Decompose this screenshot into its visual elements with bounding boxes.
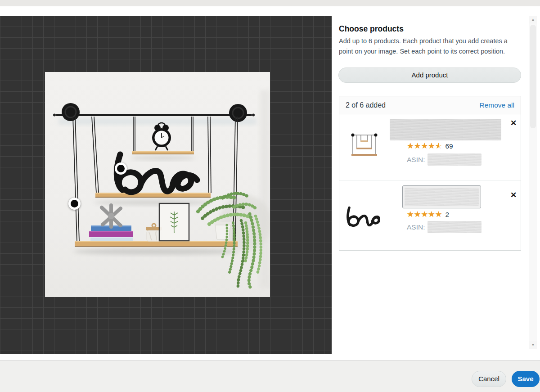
stars-icon: ☆☆☆☆☆★★★★★	[407, 142, 442, 150]
image-editor-canvas[interactable]	[0, 16, 332, 354]
asin-row: ASIN:	[407, 221, 482, 233]
product-list-header: 2 of 6 added Remove all	[339, 96, 521, 114]
asin-label: ASIN:	[407, 156, 425, 164]
stars-icon: ☆☆☆☆☆★★★★★	[407, 210, 442, 219]
scroll-down-button[interactable]: ▼	[529, 341, 537, 349]
product-title-redacted	[402, 185, 481, 208]
asin-row: ASIN:	[407, 153, 482, 166]
asin-value-redacted	[428, 153, 482, 166]
product-thumbnail-shelf	[350, 131, 378, 158]
save-button[interactable]: Save	[512, 371, 540, 387]
shelf-photo	[45, 72, 270, 297]
scrollbar-thumb[interactable]	[530, 25, 536, 128]
product-row: ✕ ☆☆☆☆☆★★★★★ 69 ASIN:	[339, 114, 521, 180]
top-bar	[0, 0, 540, 6]
choose-products-panel: Choose products Add up to 6 products. Ea…	[332, 6, 540, 360]
asin-label: ASIN:	[407, 223, 425, 231]
review-count: 2	[445, 211, 449, 219]
close-icon[interactable]: ✕	[509, 119, 518, 127]
star-rating: ☆☆☆☆☆★★★★★ 2	[407, 210, 449, 219]
page-title: Choose products	[339, 24, 404, 34]
add-product-button[interactable]: Add product	[338, 68, 521, 83]
panel-scrollbar[interactable]: ▲ ▼	[529, 16, 537, 349]
product-tag-point[interactable]	[115, 162, 127, 175]
cancel-button[interactable]: Cancel	[472, 371, 506, 387]
scroll-up-icon: ▲	[531, 18, 535, 22]
added-count-label: 2 of 6 added	[346, 101, 386, 109]
asin-value-redacted	[428, 221, 482, 233]
action-footer: Cancel Save	[0, 360, 540, 392]
remove-all-link[interactable]: Remove all	[479, 101, 514, 109]
review-count: 69	[445, 142, 453, 150]
product-thumbnail-love-sign	[344, 205, 380, 230]
scroll-down-icon: ▼	[531, 343, 535, 347]
product-row: ✕ ☆☆☆☆☆★★★★★ 2 ASIN:	[339, 180, 521, 250]
panel-description: Add up to 6 products. Each product that …	[339, 36, 528, 56]
redacted-text-blur	[405, 188, 479, 206]
scroll-up-button[interactable]: ▲	[529, 16, 537, 23]
product-tag-point[interactable]	[68, 198, 81, 210]
product-list: 2 of 6 added Remove all ✕ ☆☆☆☆☆★★★★★ 69	[339, 96, 521, 251]
star-rating: ☆☆☆☆☆★★★★★ 69	[407, 142, 453, 150]
close-icon[interactable]: ✕	[509, 191, 518, 199]
product-title-redacted	[390, 119, 501, 140]
